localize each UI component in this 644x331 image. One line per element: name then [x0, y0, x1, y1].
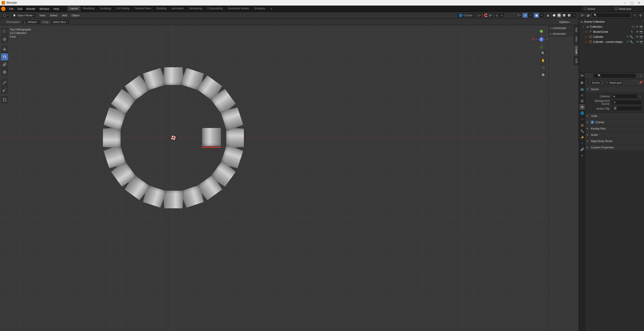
object-visibility[interactable]: ☰▾	[516, 13, 522, 18]
workspace-tab-compositing[interactable]: Compositing	[205, 6, 225, 11]
drag-dropdown[interactable]: Select Box ▾	[51, 20, 70, 24]
gizmo-z[interactable]: Z	[539, 37, 544, 42]
tool-move[interactable]	[1, 46, 8, 53]
tool-add-primitive[interactable]	[1, 96, 8, 103]
workspace-tab-sculpting[interactable]: Sculpting	[97, 6, 113, 11]
shading-solid[interactable]	[557, 13, 562, 18]
scene-collection-row[interactable]: ▭ Scene Collection	[579, 19, 644, 24]
menu-file[interactable]: File	[7, 7, 16, 11]
tab-particles[interactable]: ✨	[579, 135, 585, 140]
vp-menu-add[interactable]: Add	[61, 13, 69, 18]
section-gravity[interactable]: ▸✓Gravity	[585, 119, 644, 125]
shading-material[interactable]	[562, 13, 567, 18]
outliner-tree[interactable]: ▭ Scene Collection ▾ ▭ Collection ☑👁📷 ▸B…	[579, 19, 644, 72]
nav-ortho[interactable]: ▦	[540, 72, 546, 77]
workspace-add-tab[interactable]: +	[268, 6, 275, 11]
workspace-tab-shading[interactable]: Shading	[154, 6, 169, 11]
outliner-item[interactable]: ▸Cylinder - correct shape▽ 🔧👁📷	[579, 39, 644, 44]
tab-viewlayer[interactable]: 🖼	[579, 98, 585, 104]
npanel-section-landscape[interactable]: ▸Landscape	[549, 25, 574, 31]
tool-measure[interactable]	[1, 86, 8, 93]
tool-annotate[interactable]	[1, 79, 8, 86]
workspace-tab-modeling[interactable]: Modeling	[81, 6, 97, 11]
show-gizmo-toggle[interactable]: ↗	[523, 13, 528, 18]
gizmo-x-neg[interactable]	[532, 38, 535, 41]
tab-world[interactable]: 🌐	[579, 110, 585, 116]
snap-options[interactable]: ⊞▾	[488, 13, 493, 18]
npanel-tab-tool[interactable]: Tool	[574, 25, 579, 34]
array-cylinder[interactable]	[163, 67, 184, 85]
workspace-tab-rendering[interactable]: Rendering	[187, 6, 205, 11]
collection-row[interactable]: ▾ ▭ Collection ☑👁📷	[579, 24, 644, 29]
gizmo-y-neg[interactable]	[540, 46, 543, 49]
snap-toggle[interactable]: 🧲	[483, 13, 488, 18]
workspace-tab-geometry-nodes[interactable]: Geometry Nodes	[225, 6, 251, 11]
menu-render[interactable]: Render	[24, 7, 37, 11]
nav-zoom[interactable]: 🔍	[540, 50, 546, 56]
crumb-scene[interactable]: Scene	[587, 80, 601, 85]
tool-rotate[interactable]	[1, 53, 8, 60]
shading-wireframe[interactable]	[552, 13, 557, 18]
tab-render[interactable]: 📺	[579, 86, 585, 92]
nav-camera[interactable]: 🎥	[540, 64, 546, 70]
workspace-tab-scripting[interactable]: Scripting	[252, 6, 268, 11]
crumb-viewlayer[interactable]: ViewLayer	[604, 80, 623, 85]
workspace-tab-layout[interactable]: Layout	[67, 6, 81, 11]
npanel-section-archimesh[interactable]: ▸Archimesh	[549, 31, 574, 37]
options-dropdown[interactable]: Options ▾	[557, 20, 573, 24]
npanel-tab-view[interactable]: View	[574, 34, 579, 44]
vp-menu-select[interactable]: Select	[48, 13, 59, 18]
workspace-tab-texture-paint[interactable]: Texture Paint	[132, 6, 153, 11]
tab-modifiers[interactable]: 🔧	[579, 128, 585, 134]
pivot-point[interactable]: ⊙▾	[476, 13, 482, 18]
gizmo-options[interactable]: ▾	[528, 13, 533, 18]
menu-window[interactable]: Window	[37, 7, 51, 11]
vp-menu-object[interactable]: Object	[70, 13, 81, 18]
proportional-edit[interactable]: ◎∿	[494, 13, 505, 18]
tab-scene[interactable]: ⚙	[579, 104, 585, 110]
outliner-editor-type[interactable]: ☰▾	[580, 13, 585, 18]
shading-options[interactable]: ▾	[572, 13, 577, 18]
camera-eyedropper[interactable]: ⌖	[638, 94, 642, 98]
active-clip-field[interactable]: 🎬	[612, 106, 642, 111]
tool-cursor[interactable]	[1, 36, 8, 43]
nav-pan[interactable]: ✋	[540, 57, 546, 63]
tool-transform[interactable]	[1, 69, 8, 76]
tab-collection[interactable]: ▭	[579, 116, 585, 122]
workspace-tab-animation[interactable]: Animation	[169, 6, 186, 11]
properties-options[interactable]: ▾	[638, 73, 643, 78]
outliner-display-mode[interactable]: ▥▾	[586, 13, 591, 18]
visibility-icon[interactable]: 👁	[635, 25, 639, 28]
selected-cylinder[interactable]	[202, 128, 221, 146]
outliner-filter[interactable]: ▽	[632, 13, 637, 18]
properties-search[interactable]: 🔍	[593, 73, 636, 78]
vp-menu-view[interactable]: View	[38, 13, 47, 18]
transform-orientation[interactable]: 🌐 Global ▾	[457, 13, 476, 18]
outliner-item[interactable]: ▸BezierCircle↻👁📷	[579, 29, 644, 34]
exclude-icon[interactable]: ☑	[631, 25, 635, 28]
section-keying[interactable]: ▸Keying Sets	[585, 125, 644, 131]
tab-physics[interactable]: ⚛	[579, 141, 585, 146]
outliner-search[interactable]: 🔍	[592, 13, 631, 18]
properties-editor-type[interactable]: ⚙▾	[580, 73, 585, 78]
tool-scale[interactable]	[1, 61, 8, 68]
bg-scene-field[interactable]: ⚙	[612, 100, 642, 105]
scene-selector[interactable]: Scene	[582, 7, 612, 11]
viewlayer-selector[interactable]: ViewLayer	[613, 7, 643, 11]
camera-field[interactable]: ■	[612, 94, 637, 98]
menu-edit[interactable]: Edit	[16, 7, 24, 11]
section-custom[interactable]: ▸Custom Properties	[585, 144, 644, 150]
array-cylinder[interactable]	[226, 127, 244, 148]
tab-active-tool[interactable]: 🛠	[579, 80, 585, 86]
editor-type-button[interactable]: ▾	[2, 13, 10, 18]
blender-icon[interactable]	[1, 7, 6, 11]
overlay-options[interactable]: ▾	[539, 13, 544, 18]
outliner-item[interactable]: ▸Cylinder▽ 🔧👁📷	[579, 34, 644, 39]
section-scene[interactable]: ▾Scene	[585, 86, 644, 92]
window-close-button[interactable]: ✕	[635, 0, 642, 5]
tab-constraints[interactable]: 🔗	[579, 147, 585, 152]
section-audio[interactable]: ▸Audio	[585, 132, 644, 138]
npanel-tab-edit[interactable]: Edit	[574, 56, 579, 65]
orientation-dropdown[interactable]: Default ▾	[22, 20, 40, 24]
section-rigid[interactable]: ▸Rigid Body World	[585, 138, 644, 144]
